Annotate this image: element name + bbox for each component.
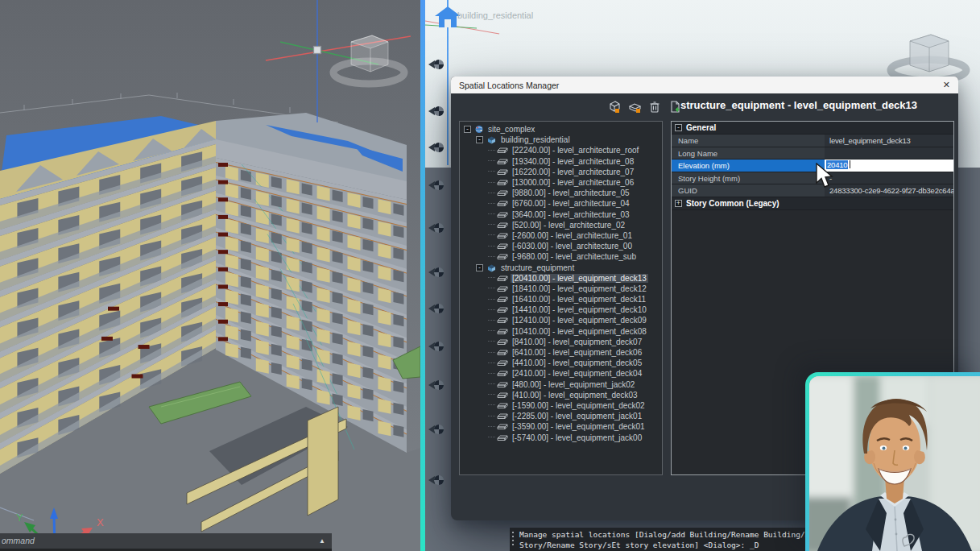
- svg-text:Y: Y: [16, 512, 23, 524]
- tree-connector: [488, 309, 495, 311]
- expand-arrow-icon[interactable]: ▲: [319, 533, 325, 549]
- tree-node-label: [-2285.00] - level_equipment_jack01: [511, 412, 643, 420]
- viewport-3d[interactable]: Y X ommand ▲: [0, 0, 420, 551]
- property-value-input[interactable]: 20410: [825, 160, 953, 172]
- tree-node[interactable]: [9880.00] - level_architecture_05: [460, 188, 662, 198]
- section-toggle-icon[interactable]: -: [675, 124, 682, 131]
- tree-node[interactable]: [6410.00] - level_equipment_deck06: [460, 347, 662, 358]
- expand-toggle-icon[interactable]: -: [476, 264, 483, 271]
- tree-node[interactable]: [-1590.00] - level_equipment_deck02: [460, 400, 662, 411]
- tree-node[interactable]: [22240.00] - level_architecture_roof: [460, 145, 662, 155]
- tree-node[interactable]: [16220.00] - level_architecture_07: [460, 167, 662, 177]
- level-icon: [497, 434, 508, 441]
- property-section-header[interactable]: -General: [672, 122, 953, 135]
- tree-node-label: [-6030.00] - level_architecture_00: [511, 242, 634, 251]
- tree-node-label: [520.00] - level_architecture_02: [511, 221, 626, 230]
- tree-node[interactable]: -building_residential: [460, 135, 662, 145]
- level-icon: [497, 317, 508, 324]
- tree-node[interactable]: [14410.00] - level_equipment_deck10: [460, 304, 662, 315]
- view-cube-icon: [333, 35, 404, 84]
- tree-node[interactable]: [12410.00] - level_equipment_deck09: [460, 315, 662, 325]
- tree-connector: [488, 394, 495, 396]
- level-icon: [497, 147, 508, 154]
- tree-node-label: [22240.00] - level_architecture_roof: [511, 146, 640, 155]
- tree-connector: [488, 383, 495, 385]
- level-marker-icon: [428, 180, 445, 194]
- property-section-header[interactable]: +Story Common (Legacy): [672, 197, 953, 210]
- level-marker-icon: [428, 222, 445, 237]
- view-cube-icon[interactable]: [876, 20, 980, 85]
- tree-node[interactable]: [-3590.00] - level_equipment_deck01: [460, 421, 662, 432]
- tree-node[interactable]: [4410.00] - level_equipment_deck05: [460, 358, 662, 368]
- level-icon: [497, 412, 508, 420]
- tree-connector: [488, 404, 495, 406]
- tree-node-label: [16220.00] - level_architecture_07: [511, 168, 635, 176]
- tree-connector: [488, 416, 495, 417]
- tree-node[interactable]: [-6030.00] - level_architecture_00: [460, 241, 662, 251]
- tree-node-label: site_complex: [486, 125, 536, 134]
- tree-node[interactable]: [20410.00] - level_equipment_deck13: [460, 273, 662, 284]
- level-icon: [497, 338, 508, 346]
- tree-node[interactable]: [10410.00] - level_equipment_deck08: [460, 326, 662, 337]
- level-icon: [497, 242, 508, 250]
- tree-node[interactable]: [8410.00] - level_equipment_deck07: [460, 337, 662, 347]
- tree-node[interactable]: [-5740.00] - level_equipment_jack00: [460, 432, 662, 442]
- section-toggle-icon[interactable]: +: [675, 200, 682, 207]
- command-bar[interactable]: ommand ▲: [0, 533, 332, 549]
- site-icon: [474, 125, 484, 134]
- property-row: Elevation (mm)20410: [672, 160, 953, 172]
- delete-icon[interactable]: [648, 100, 661, 114]
- tree-node[interactable]: [6760.00] - level_architecture_04: [460, 198, 662, 209]
- tree-node-label: [480.00] - level_equipment_jack02: [511, 380, 636, 389]
- selection-header: structure_equipment - level_equipment_de…: [680, 99, 917, 111]
- tree-node[interactable]: [18410.00] - level_equipment_deck12: [460, 284, 662, 294]
- level-marker-icon: [428, 106, 445, 120]
- add-story-icon[interactable]: [628, 100, 641, 114]
- tree-node[interactable]: [13000.00] - level_architecture_06: [460, 177, 662, 188]
- level-marker-icon: [428, 424, 445, 438]
- level-icon: [497, 349, 508, 356]
- spatial-tree: -site_complex-building_residential[22240…: [459, 121, 663, 475]
- level-icon: [497, 200, 508, 207]
- building-icon: [486, 135, 497, 144]
- tree-node[interactable]: [410.00] - level_equipment_deck03: [460, 390, 662, 400]
- command-bar-text: ommand: [2, 536, 35, 545]
- tree-node-label: structure_equipment: [499, 263, 576, 272]
- tree-node[interactable]: [-2285.00] - level_equipment_jack01: [460, 411, 662, 421]
- property-value[interactable]: -: [825, 172, 953, 184]
- tree-node-label: [6760.00] - level_architecture_04: [511, 199, 631, 208]
- property-value[interactable]: [825, 147, 953, 160]
- close-button[interactable]: ✕: [943, 80, 950, 90]
- tree-node-label: [-3590.00] - level_equipment_deck01: [511, 422, 647, 431]
- tree-node[interactable]: -structure_equipment: [460, 262, 662, 272]
- command-window[interactable]: Manage spatial locations [Dialog/add Bui…: [510, 528, 806, 551]
- import-icon[interactable]: [668, 100, 681, 114]
- property-value[interactable]: 24833300-c2e9-4622-9f27-db3e2c64a8d2: [825, 184, 954, 197]
- tree-node[interactable]: -site_complex: [460, 124, 662, 135]
- tree-connector: [488, 299, 495, 300]
- tree-connector: [488, 171, 495, 172]
- tree-connector: [488, 246, 495, 247]
- tree-node[interactable]: [16410.00] - level_equipment_deck11: [460, 294, 662, 304]
- add-building-icon[interactable]: [608, 100, 621, 114]
- tree-connector: [488, 362, 495, 364]
- tree-connector: [488, 203, 495, 205]
- expand-toggle-icon[interactable]: -: [464, 126, 471, 133]
- tree-node[interactable]: [-2600.00] - level_architecture_01: [460, 230, 662, 241]
- property-value[interactable]: level_equipment_deck13: [825, 135, 953, 147]
- tree-node[interactable]: [480.00] - level_equipment_jack02: [460, 379, 662, 390]
- tree-node[interactable]: [-9680.00] - level_architecture_sub: [460, 251, 662, 262]
- level-icon: [497, 359, 508, 367]
- level-icon: [497, 285, 508, 292]
- expand-toggle-icon[interactable]: -: [476, 136, 483, 143]
- tree-node[interactable]: [520.00] - level_architecture_02: [460, 220, 662, 230]
- dialog-titlebar[interactable]: Spatial Locations Manager ✕: [451, 77, 958, 93]
- level-icon: [497, 211, 508, 218]
- level-marker-icon: [428, 303, 445, 317]
- tree-node[interactable]: [2410.00] - level_equipment_deck04: [460, 368, 662, 379]
- tree-node-label: [8410.00] - level_equipment_deck07: [511, 338, 643, 346]
- tree-node[interactable]: [3640.00] - level_architecture_03: [460, 209, 662, 220]
- tree-node[interactable]: [19340.00] - level_architecture_08: [460, 156, 662, 167]
- tree-connector: [488, 182, 495, 184]
- level-marker-icon: [428, 341, 445, 355]
